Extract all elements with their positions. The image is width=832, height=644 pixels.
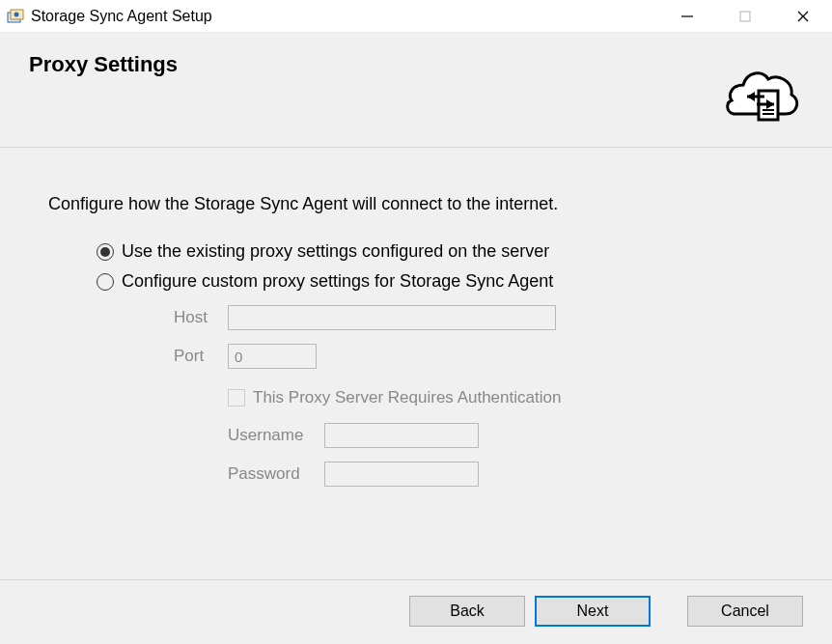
back-button[interactable]: Back	[409, 596, 525, 627]
close-button[interactable]	[774, 0, 832, 32]
window-controls	[658, 0, 832, 32]
host-label: Host	[174, 308, 228, 327]
proxy-mode-group: Use the existing proxy settings configur…	[48, 241, 784, 487]
svg-rect-4	[740, 12, 750, 21]
port-label: Port	[174, 347, 228, 366]
radio-use-existing-label: Use the existing proxy settings configur…	[122, 241, 549, 262]
password-input[interactable]	[324, 462, 479, 487]
maximize-button	[716, 0, 774, 32]
cancel-button[interactable]: Cancel	[687, 596, 803, 627]
radio-icon	[97, 243, 114, 261]
auth-checkbox-label: This Proxy Server Requires Authenticatio…	[253, 388, 561, 407]
app-icon	[6, 7, 25, 26]
wizard-content: Configure how the Storage Sync Agent wil…	[0, 148, 832, 579]
auth-checkbox-row[interactable]: This Proxy Server Requires Authenticatio…	[228, 388, 784, 407]
radio-custom[interactable]: Configure custom proxy settings for Stor…	[97, 271, 784, 292]
port-row: Port	[174, 344, 784, 369]
intro-text: Configure how the Storage Sync Agent wil…	[48, 194, 784, 214]
custom-proxy-fields: Host Port This Proxy Server Requires Aut…	[97, 305, 784, 487]
radio-icon	[97, 273, 114, 291]
username-label: Username	[228, 426, 324, 445]
radio-use-existing[interactable]: Use the existing proxy settings configur…	[97, 241, 784, 262]
wizard-header: Proxy Settings	[0, 33, 832, 148]
next-button[interactable]: Next	[535, 596, 651, 627]
username-input[interactable]	[324, 423, 479, 448]
port-input[interactable]	[228, 344, 317, 369]
username-row: Username	[228, 423, 784, 448]
cloud-sync-icon	[722, 52, 803, 126]
titlebar: Storage Sync Agent Setup	[0, 0, 832, 33]
password-row: Password	[228, 462, 784, 487]
setup-window: Storage Sync Agent Setup Proxy Settings	[0, 0, 832, 644]
host-row: Host	[174, 305, 784, 330]
radio-custom-label: Configure custom proxy settings for Stor…	[122, 271, 553, 292]
window-title: Storage Sync Agent Setup	[31, 8, 658, 25]
svg-point-2	[14, 12, 19, 16]
password-label: Password	[228, 464, 324, 484]
checkbox-icon	[228, 389, 245, 406]
page-title: Proxy Settings	[29, 52, 178, 77]
minimize-button[interactable]	[658, 0, 716, 32]
host-input[interactable]	[228, 305, 556, 330]
wizard-footer: Back Next Cancel	[0, 579, 832, 644]
